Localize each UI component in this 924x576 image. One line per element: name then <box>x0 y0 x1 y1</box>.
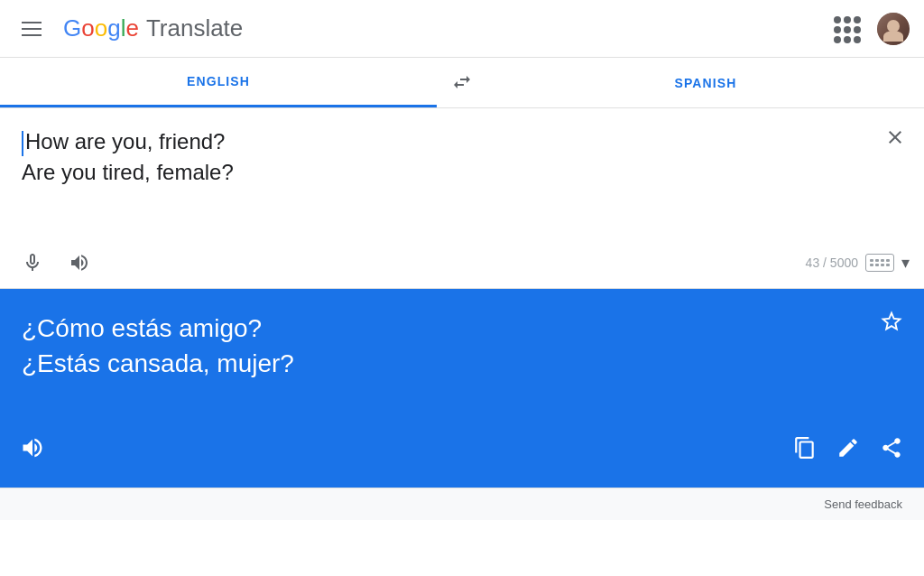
source-footer: 43 / 5000 ▾ <box>0 237 924 288</box>
input-options-button[interactable]: ▾ <box>901 253 910 273</box>
source-language-button[interactable]: ENGLISH <box>0 58 437 107</box>
source-line1: How are you, friend? <box>25 129 225 153</box>
target-panel: ¿Cómo estás amigo? ¿Estás cansada, mujer… <box>0 289 924 488</box>
char-count-text: 43 / 5000 <box>806 255 858 270</box>
header-right <box>830 13 910 45</box>
logo-letter-e: e <box>125 14 138 42</box>
clear-button[interactable] <box>881 123 910 152</box>
source-line2: Are you tired, female? <box>22 160 234 184</box>
logo-translate-label: Translate <box>146 14 243 42</box>
target-line1: ¿Cómo estás amigo? <box>22 314 262 342</box>
target-language-button[interactable]: SPANISH <box>487 58 924 107</box>
logo-text: Google <box>63 14 139 42</box>
target-actions <box>787 430 910 466</box>
apps-button[interactable] <box>830 13 863 45</box>
app-header: Google Translate <box>0 0 924 58</box>
target-text: ¿Cómo estás amigo? ¿Estás cansada, mujer… <box>0 289 924 395</box>
text-cursor <box>22 131 23 156</box>
swap-languages-button[interactable] <box>437 71 487 94</box>
page-footer: Send feedback <box>0 488 924 520</box>
target-line2: ¿Estás cansada, mujer? <box>22 349 294 377</box>
edit-translation-button[interactable] <box>830 430 866 466</box>
header-left: Google Translate <box>14 14 243 43</box>
target-listen-button[interactable] <box>14 430 51 466</box>
keyboard-dots <box>870 259 890 266</box>
char-count: 43 / 5000 ▾ <box>806 253 910 273</box>
source-speaker-button[interactable] <box>61 245 97 281</box>
source-listen-button[interactable] <box>14 245 51 281</box>
keyboard-icon[interactable] <box>865 254 894 272</box>
target-footer <box>0 423 924 473</box>
share-translation-button[interactable] <box>873 430 910 466</box>
menu-button[interactable] <box>14 14 49 43</box>
logo-letter-o1: o <box>81 14 94 42</box>
save-translation-button[interactable] <box>873 303 910 339</box>
logo-letter-g: G <box>63 14 81 42</box>
user-avatar[interactable] <box>877 13 910 45</box>
app-logo: Google Translate <box>63 14 243 42</box>
send-feedback-link[interactable]: Send feedback <box>824 497 902 511</box>
logo-letter-g2: g <box>107 14 120 42</box>
copy-translation-button[interactable] <box>787 430 823 466</box>
language-bar: ENGLISH SPANISH <box>0 58 924 108</box>
logo-letter-o2: o <box>95 14 107 42</box>
source-panel: How are you, friend? Are you tired, fema… <box>0 108 924 289</box>
source-text[interactable]: How are you, friend? Are you tired, fema… <box>0 108 924 237</box>
avatar-image <box>877 13 910 45</box>
